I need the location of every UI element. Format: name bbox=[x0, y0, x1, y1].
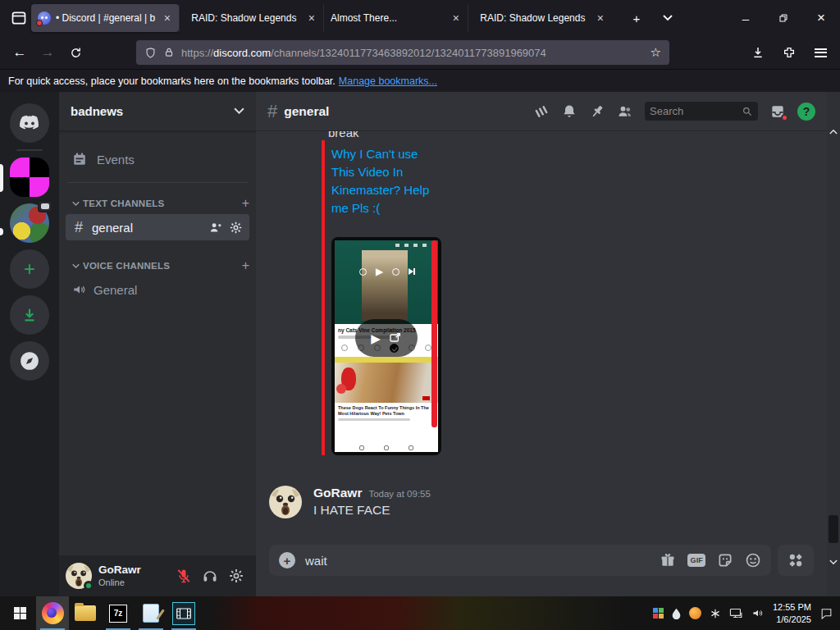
tab-raid-2[interactable]: RAID: Shadow Legends × bbox=[468, 4, 612, 32]
tray-volume-icon[interactable] bbox=[751, 607, 765, 619]
user-avatar[interactable] bbox=[66, 563, 92, 589]
embed-title-link[interactable]: This Video In bbox=[331, 163, 454, 181]
member-list-icon[interactable] bbox=[617, 103, 633, 120]
channel-settings-gear-icon[interactable] bbox=[229, 221, 243, 235]
add-server-button[interactable]: + bbox=[10, 249, 49, 289]
action-center-icon[interactable] bbox=[819, 607, 833, 620]
tab-almost-there[interactable]: Almost There... × bbox=[323, 4, 468, 32]
emoji-icon[interactable] bbox=[745, 552, 761, 568]
extensions-icon[interactable] bbox=[776, 40, 802, 65]
download-apps-button[interactable] bbox=[10, 295, 49, 335]
tracking-shield-icon[interactable] bbox=[144, 47, 157, 59]
tray-orange-icon[interactable] bbox=[689, 607, 701, 619]
create-channel-icon[interactable]: + bbox=[242, 196, 249, 211]
sticker-icon[interactable] bbox=[717, 552, 733, 568]
user-settings-gear-icon[interactable] bbox=[223, 563, 249, 589]
list-tabs-button[interactable] bbox=[656, 7, 679, 30]
new-tab-button[interactable]: + bbox=[625, 7, 648, 30]
message-draft-text[interactable]: wait bbox=[305, 554, 327, 568]
notifications-bell-icon[interactable] bbox=[561, 103, 578, 120]
browser-tab-bar: • Discord | #general | b × RAID: Shadow … bbox=[0, 0, 840, 36]
firefox-view-icon[interactable] bbox=[7, 6, 31, 30]
forward-button[interactable]: → bbox=[34, 40, 61, 65]
online-status-dot bbox=[84, 581, 94, 591]
channel-sidebar: badnews Events TEXT CHANNELS + # general bbox=[59, 92, 256, 596]
close-window-button[interactable]: × bbox=[802, 0, 840, 36]
tab-close-icon[interactable]: × bbox=[451, 11, 461, 25]
forward-icon bbox=[392, 268, 399, 276]
inbox-icon[interactable] bbox=[769, 103, 786, 120]
server-status-badge bbox=[38, 200, 52, 212]
taskbar-clock[interactable]: 12:55 PM 1/6/2025 bbox=[773, 601, 811, 626]
scroll-up-icon[interactable] bbox=[827, 129, 840, 135]
bookmarks-notice: For quick access, place your bookmarks h… bbox=[8, 75, 336, 87]
create-channel-icon[interactable]: + bbox=[242, 258, 249, 273]
username: GoRawr bbox=[98, 564, 141, 577]
gift-icon[interactable] bbox=[660, 552, 676, 568]
taskbar-7zip-button[interactable]: 7z bbox=[102, 596, 135, 630]
message-author[interactable]: GoRawr bbox=[313, 486, 362, 500]
tab-raid-1[interactable]: RAID: Shadow Legends × bbox=[179, 4, 323, 32]
headphones-icon[interactable] bbox=[197, 563, 223, 589]
message-composer[interactable]: + wait GIF bbox=[269, 545, 771, 576]
discord-home-button[interactable] bbox=[10, 103, 49, 143]
channel-general[interactable]: # general bbox=[66, 214, 249, 240]
invite-people-icon[interactable] bbox=[208, 221, 222, 235]
tray-network-icon[interactable] bbox=[729, 607, 743, 619]
notepad-icon bbox=[143, 604, 159, 623]
chevron-down-icon bbox=[72, 201, 80, 207]
tab-discord[interactable]: • Discord | #general | b × bbox=[31, 4, 179, 32]
embed-title-link[interactable]: Kinemaster? Help bbox=[331, 181, 454, 199]
scrollbar-thumb[interactable] bbox=[829, 515, 838, 543]
search-box[interactable] bbox=[645, 102, 758, 121]
attach-plus-icon[interactable]: + bbox=[279, 552, 295, 568]
server-header[interactable]: badnews bbox=[59, 92, 256, 131]
bookmark-star-icon[interactable]: ☆ bbox=[651, 45, 661, 60]
scroll-down-icon[interactable] bbox=[827, 559, 840, 565]
tray-drop-icon[interactable] bbox=[672, 608, 681, 619]
server-other-button[interactable] bbox=[10, 203, 49, 243]
help-icon[interactable]: ? bbox=[797, 103, 815, 121]
chat-scrollbar[interactable] bbox=[827, 92, 840, 596]
category-voice-channels[interactable]: VOICE CHANNELS + bbox=[59, 258, 256, 273]
tray-app-icon[interactable] bbox=[653, 608, 664, 619]
tab-close-icon[interactable]: × bbox=[162, 11, 172, 25]
gif-picker-icon[interactable]: GIF bbox=[687, 554, 705, 567]
play-overlay[interactable]: ▶ bbox=[355, 319, 418, 357]
server-badnews-button[interactable] bbox=[10, 158, 49, 197]
restore-button[interactable] bbox=[765, 0, 802, 36]
downloads-icon[interactable] bbox=[745, 40, 771, 65]
manage-bookmarks-link[interactable]: Manage bookmarks... bbox=[339, 75, 437, 87]
minimize-button[interactable]: – bbox=[727, 0, 765, 36]
taskbar-firefox-button[interactable] bbox=[36, 596, 69, 630]
video-thumbnail[interactable]: ▶ ny Cats Vine Compilation 2015 bbox=[331, 237, 441, 455]
taskbar-notepad-button[interactable] bbox=[135, 596, 167, 630]
pinned-messages-icon[interactable] bbox=[589, 103, 605, 120]
threads-icon[interactable] bbox=[533, 103, 550, 120]
voice-channel-general[interactable]: General bbox=[66, 276, 249, 303]
message-avatar[interactable] bbox=[269, 486, 302, 518]
mic-muted-icon[interactable] bbox=[171, 563, 197, 589]
category-text-channels[interactable]: TEXT CHANNELS + bbox=[59, 196, 256, 211]
lock-icon[interactable] bbox=[163, 47, 175, 58]
start-button[interactable] bbox=[3, 596, 36, 630]
menu-icon[interactable] bbox=[807, 40, 833, 65]
reload-button[interactable] bbox=[62, 40, 89, 65]
embed-title-link[interactable]: me Pls :( bbox=[331, 199, 454, 217]
apps-button[interactable] bbox=[778, 545, 814, 576]
channel-title: general bbox=[284, 104, 329, 119]
tab-close-icon[interactable]: × bbox=[596, 11, 605, 25]
composer-area: + wait GIF bbox=[256, 545, 827, 596]
tab-close-icon[interactable]: × bbox=[307, 11, 317, 25]
tray-asterisk-icon[interactable] bbox=[710, 608, 721, 619]
events-label: Events bbox=[97, 153, 135, 167]
search-input[interactable] bbox=[650, 105, 738, 117]
address-bar[interactable]: https://discord.com/channels/13240117734… bbox=[136, 40, 669, 65]
sidebar-item-events[interactable]: Events bbox=[66, 146, 249, 172]
explore-servers-button[interactable] bbox=[10, 341, 49, 381]
taskbar-media-button[interactable] bbox=[167, 596, 200, 630]
back-button[interactable]: ← bbox=[7, 40, 33, 65]
embed-title-link[interactable]: Why I Can't use bbox=[331, 145, 454, 163]
sidebar-divider bbox=[67, 182, 248, 183]
taskbar-explorer-button[interactable] bbox=[69, 596, 102, 630]
